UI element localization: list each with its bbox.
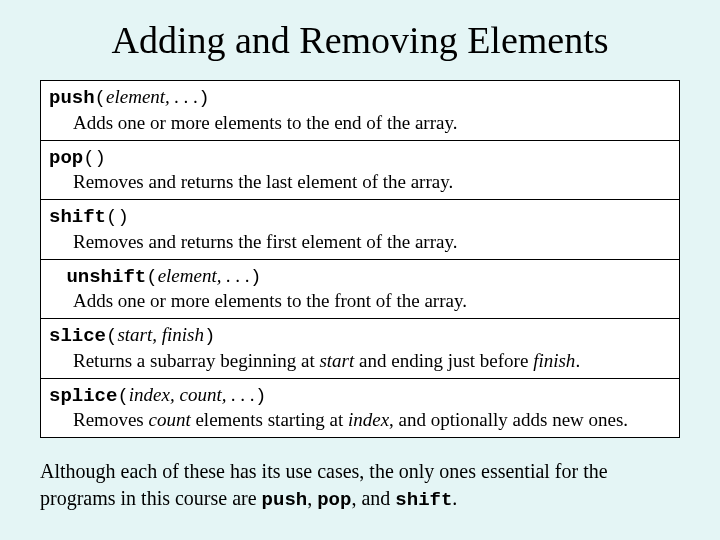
method-args: element, . . . [158, 265, 250, 286]
table-row: pop() Removes and returns the last eleme… [41, 140, 680, 200]
paren-open: () [83, 147, 106, 169]
footer-text: , and [351, 487, 395, 509]
footer-code: shift [395, 489, 452, 511]
signature-push: push(element, . . .) [49, 87, 210, 109]
method-name: slice [49, 325, 106, 347]
method-desc: Removes and returns the first element of… [49, 230, 671, 254]
method-name: push [49, 87, 95, 109]
paren-close: ) [250, 266, 261, 288]
desc-italic: finish [533, 350, 575, 371]
desc-text: . [575, 350, 580, 371]
method-desc: Adds one or more elements to the front o… [49, 289, 671, 313]
method-args: element, . . . [106, 86, 198, 107]
desc-text: Adds one or more elements to the front o… [73, 290, 467, 311]
slide: Adding and Removing Elements push(elemen… [0, 0, 720, 514]
method-desc: Returns a subarray beginning at start an… [49, 349, 671, 373]
paren-open: () [106, 206, 129, 228]
table-row: push(element, . . .) Adds one or more el… [41, 81, 680, 141]
signature-shift: shift() [49, 206, 129, 228]
method-name: splice [49, 385, 117, 407]
paren-open: ( [146, 266, 157, 288]
desc-text: Removes and returns the first element of… [73, 231, 457, 252]
method-name: shift [49, 206, 106, 228]
paren-close: ) [204, 325, 215, 347]
desc-italic: index [348, 409, 389, 430]
footer-code: push [262, 489, 308, 511]
paren-open: ( [106, 325, 117, 347]
desc-text: Removes [73, 409, 148, 430]
footer-text: . [452, 487, 457, 509]
method-name: unshift [66, 266, 146, 288]
footer-text: , [307, 487, 317, 509]
desc-italic: start [319, 350, 354, 371]
desc-text: , and optionally adds new ones. [389, 409, 628, 430]
method-desc: Removes and returns the last element of … [49, 170, 671, 194]
table-row: unshift(element, . . .) Adds one or more… [41, 259, 680, 319]
desc-italic: count [148, 409, 190, 430]
method-name: pop [49, 147, 83, 169]
paren-close: ) [198, 87, 209, 109]
desc-text: elements starting at [191, 409, 348, 430]
signature-slice: slice(start, finish) [49, 325, 215, 347]
signature-unshift: unshift(element, . . .) [55, 266, 261, 288]
method-args: index, count, . . . [129, 384, 255, 405]
footer-code: pop [317, 489, 351, 511]
footer-note: Although each of these has its use cases… [40, 458, 680, 514]
desc-text: Removes and returns the last element of … [73, 171, 453, 192]
table-row: slice(start, finish) Returns a subarray … [41, 319, 680, 379]
desc-text: Adds one or more elements to the end of … [73, 112, 457, 133]
page-title: Adding and Removing Elements [40, 18, 680, 62]
paren-open: ( [117, 385, 128, 407]
table-row: splice(index, count, . . .) Removes coun… [41, 378, 680, 438]
table-row: shift() Removes and returns the first el… [41, 200, 680, 260]
method-desc: Removes count elements starting at index… [49, 408, 671, 432]
method-desc: Adds one or more elements to the end of … [49, 111, 671, 135]
paren-close: ) [255, 385, 266, 407]
desc-text: Returns a subarray beginning at [73, 350, 319, 371]
methods-table: push(element, . . .) Adds one or more el… [40, 80, 680, 438]
signature-splice: splice(index, count, . . .) [49, 385, 266, 407]
signature-pop: pop() [49, 147, 106, 169]
paren-open: ( [95, 87, 106, 109]
method-args: start, finish [117, 324, 204, 345]
desc-text: and ending just before [354, 350, 533, 371]
